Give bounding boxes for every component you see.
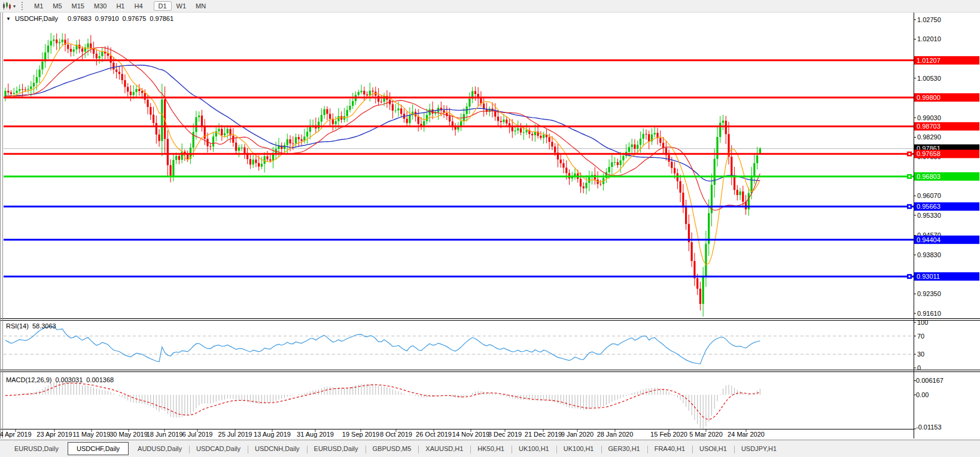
date-axis-label: 15 Feb 2020	[650, 431, 687, 438]
tab-hk50-h1[interactable]: HK50,H1	[470, 442, 512, 455]
price-axis-tick: 0.96070	[917, 192, 941, 199]
date-axis-label: 13 Aug 2019	[254, 431, 291, 438]
price-axis-tick: 0.95330	[917, 212, 941, 219]
ohlc-close: 0.97861	[150, 15, 174, 22]
date-axis-label: 11 May 2019	[73, 431, 111, 438]
tab-uk100-h1[interactable]: UK100,H1	[556, 442, 601, 455]
price-axis-tick: 1.02010	[917, 35, 941, 42]
rsi-name: RSI(14)	[6, 322, 29, 330]
tab-eurusd-daily[interactable]: EURUSD,Daily	[307, 442, 366, 455]
candlestick-chart-icon[interactable]	[2, 2, 11, 10]
chart-canvas[interactable]: 1.027501.020101.005300.990300.982900.975…	[0, 0, 980, 457]
date-axis-label: 4 Apr 2019	[0, 431, 32, 438]
date-axis-label: 23 Apr 2019	[36, 431, 72, 438]
timeframe-button-w1[interactable]: W1	[172, 1, 191, 11]
tab-audusd-daily[interactable]: AUDUSD,Daily	[130, 442, 189, 455]
price-axis-tick: 0.92350	[917, 290, 941, 297]
macd-name: MACD(12,26,9)	[6, 376, 51, 383]
tab-usoil-h1[interactable]: USOil,H1	[692, 442, 734, 455]
date-axis-label: 8 Oct 2019	[380, 431, 412, 438]
rsi-axis-tick: 0	[917, 364, 921, 371]
rsi-axis-tick: 30	[917, 351, 924, 358]
ohlc-open: 0.97683	[68, 15, 92, 22]
date-axis-label: 14 Nov 2019	[452, 431, 489, 438]
macd-axis-tick: 0.00	[916, 391, 929, 398]
date-axis-label: 26 Oct 2019	[416, 431, 452, 438]
price-tag: 1.01207	[917, 57, 941, 64]
rsi-axis-tick: 100	[917, 319, 928, 326]
macd-axis-tick: -0.01153	[916, 424, 942, 431]
tab-uk100-h1[interactable]: UK100,H1	[512, 442, 556, 455]
tab-fra40-h1[interactable]: FRA40,H1	[647, 442, 692, 455]
price-axis-tick: 0.91610	[917, 310, 941, 317]
price-axis-tick: 0.98290	[917, 133, 941, 141]
chart-type-dropdown-icon[interactable]: ▾	[13, 4, 16, 9]
timeframe-button-m30[interactable]: M30	[89, 1, 111, 11]
date-axis-label: 30 May 2019	[109, 431, 148, 438]
tab-usdcad-daily[interactable]: USDCAD,Daily	[189, 442, 248, 455]
collapse-arrow-icon[interactable]: ▼	[6, 16, 11, 22]
macd-value-main: 0.003031	[55, 376, 83, 383]
rsi-axis-tick: 70	[917, 333, 924, 340]
date-axis-label: 31 Aug 2019	[297, 431, 334, 438]
trading-platform-window: { "toolbar": { "chart_icon": "candlestic…	[0, 0, 980, 457]
date-axis-label: 6 Jul 2019	[182, 431, 213, 438]
date-axis-label: 21 Dec 2019	[525, 431, 562, 438]
tab-ger30-h1[interactable]: GER30,H1	[601, 442, 647, 455]
price-tag: 0.96803	[917, 173, 941, 180]
timeframe-button-h1[interactable]: H1	[111, 1, 129, 11]
date-axis-label: 9 Jan 2020	[561, 431, 594, 438]
timeframe-button-mn[interactable]: MN	[191, 1, 211, 11]
ohlc-low: 0.97675	[123, 15, 147, 22]
timeframe-button-h4[interactable]: H4	[129, 1, 147, 11]
macd-axis-tick: 0.006167	[916, 377, 944, 384]
price-tag: 0.99800	[917, 94, 941, 101]
chart-title: ▼USDCHF,Daily0.976830.979100.976750.9786…	[6, 15, 177, 22]
price-tag: 0.95663	[917, 203, 941, 210]
tab-usdcnh-daily[interactable]: USDCNH,Daily	[248, 442, 307, 455]
rsi-indicator-label: RSI(14)58.3063	[6, 322, 60, 330]
symbol-period-label: USDCHF,Daily	[15, 15, 58, 22]
tab-eurusd-daily[interactable]: EURUSD,Daily	[7, 442, 66, 455]
macd-indicator-label: MACD(12,26,9)0.0030310.001368	[6, 376, 117, 383]
price-axis-tick: 1.02750	[917, 16, 941, 23]
timeframe-button-m1[interactable]: M1	[29, 1, 48, 11]
price-axis-tick: 0.93830	[917, 251, 941, 258]
timeframe-button-m5[interactable]: M5	[48, 1, 66, 11]
tab-usdchf-daily[interactable]: USDCHF,Daily	[68, 442, 129, 455]
price-axis-tick: 0.99030	[917, 114, 941, 121]
tab-gbpusd-m5[interactable]: GBPUSD,M5	[366, 442, 419, 455]
tab-usdjpy-h1[interactable]: USDJPY,H1	[734, 442, 784, 455]
timeframe-button-m15[interactable]: M15	[67, 1, 89, 11]
date-axis-label: 25 Jul 2019	[218, 431, 252, 438]
toolbar: ▾ M1M5M15M30H1H4D1W1MN	[0, 0, 980, 13]
price-tag: 0.94404	[917, 236, 941, 243]
chart-tabs-bar: EURUSD,DailyUSDCHF,DailyAUDUSD,DailyUSDC…	[0, 440, 980, 457]
price-tag: 0.98703	[917, 123, 941, 130]
tab-xauusd-h1[interactable]: XAUUSD,H1	[418, 442, 470, 455]
date-axis-label: 28 Jan 2020	[597, 431, 634, 438]
timeframe-button-d1[interactable]: D1	[154, 1, 172, 11]
date-axis-label: 3 Dec 2019	[488, 431, 522, 438]
toolbar-grip[interactable]	[22, 2, 25, 10]
date-axis-label: 18 Jun 2019	[147, 431, 183, 438]
price-tag: 0.93011	[917, 273, 940, 280]
price-axis-tick: 1.00530	[917, 75, 941, 82]
ohlc-high: 0.97910	[95, 15, 119, 22]
date-axis-label: 19 Sep 2019	[342, 431, 379, 438]
date-axis-label: 5 Mar 2020	[689, 431, 723, 438]
date-axis-label: 24 Mar 2020	[728, 431, 765, 438]
rsi-value: 58.3063	[32, 322, 56, 330]
price-tag: 0.97658	[917, 150, 941, 157]
timeframe-buttons: M1M5M15M30H1H4D1W1MN	[29, 2, 211, 10]
macd-value-signal: 0.001368	[86, 376, 114, 383]
